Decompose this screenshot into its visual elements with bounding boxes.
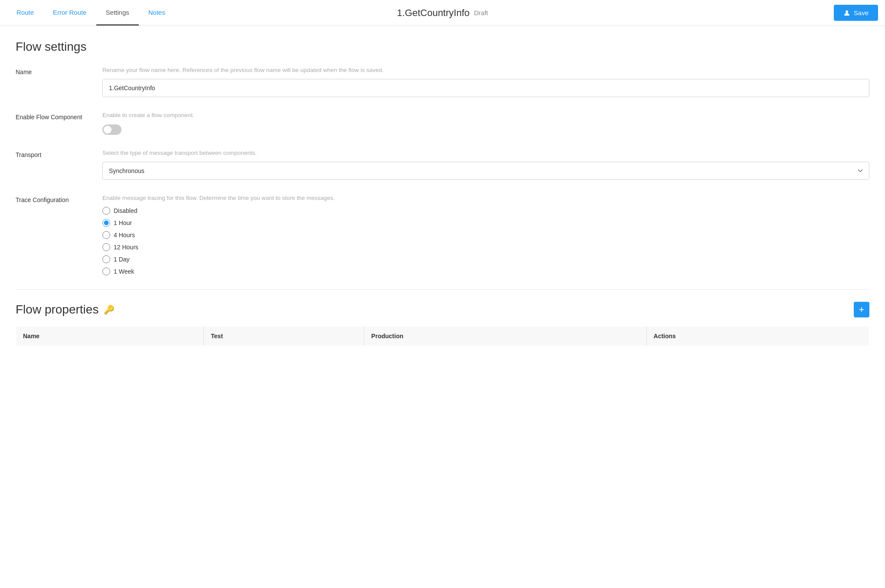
tab-settings[interactable]: Settings <box>96 0 139 26</box>
tab-notes[interactable]: Notes <box>139 0 175 26</box>
tab-route[interactable]: Route <box>7 0 43 26</box>
trace-option-disabled-label: Disabled <box>114 207 137 214</box>
trace-option-1day[interactable]: 1 Day <box>102 255 869 263</box>
content-area: Flow settings Name Rename your flow name… <box>0 26 885 588</box>
save-button[interactable]: Save <box>834 5 878 21</box>
transport-select[interactable]: Synchronous Asynchronous <box>102 162 869 180</box>
trace-option-disabled[interactable]: Disabled <box>102 207 869 215</box>
properties-table: Name Test Production Actions <box>16 326 869 346</box>
flow-settings-heading: Flow settings <box>16 40 869 54</box>
trace-configuration-row: Trace Configuration Enable message traci… <box>16 194 869 275</box>
key-icon: 🔑 <box>104 304 115 315</box>
trace-configuration-description: Enable message tracing for this flow. De… <box>102 194 869 203</box>
flow-name: 1.GetCountryInfo <box>397 7 470 19</box>
transport-label: Transport <box>16 149 102 160</box>
flow-properties-title: Flow properties 🔑 <box>16 303 115 317</box>
enable-flow-component-row: Enable Flow Component Enable to create a… <box>16 111 869 134</box>
toggle-container <box>102 124 869 135</box>
trace-option-1day-label: 1 Day <box>114 256 130 263</box>
trace-radio-4hours[interactable] <box>102 231 110 239</box>
tab-error-route-label: Error Route <box>53 9 87 16</box>
name-row: Name Rename your flow name here. Referen… <box>16 66 869 97</box>
trace-radio-disabled[interactable] <box>102 207 110 215</box>
col-name-label: Name <box>23 333 39 340</box>
trace-option-4hours-label: 4 Hours <box>114 232 135 238</box>
enable-flow-component-control: Enable to create a flow component. <box>102 111 869 134</box>
trace-option-1week-label: 1 Week <box>114 268 134 275</box>
name-description: Rename your flow name here. References o… <box>102 66 869 75</box>
trace-radio-12hours[interactable] <box>102 243 110 251</box>
trace-radio-group: Disabled 1 Hour 4 Hours 12 Hours <box>102 207 869 275</box>
trace-option-4hours[interactable]: 4 Hours <box>102 231 869 239</box>
add-property-icon: + <box>859 305 865 314</box>
trace-radio-1week[interactable] <box>102 268 110 275</box>
add-property-button[interactable]: + <box>854 302 869 317</box>
col-production: Production <box>364 327 646 346</box>
trace-option-1hour-label: 1 Hour <box>114 219 132 226</box>
table-header-row: Name Test Production Actions <box>16 327 869 346</box>
header: Route Error Route Settings Notes 1.GetCo… <box>0 0 885 26</box>
tab-bar: Route Error Route Settings Notes <box>7 0 175 26</box>
status-badge: Draft <box>474 9 488 16</box>
trace-configuration-control: Enable message tracing for this flow. De… <box>102 194 869 275</box>
tab-notes-label: Notes <box>148 9 165 16</box>
enable-flow-toggle[interactable] <box>102 124 121 135</box>
trace-radio-1day[interactable] <box>102 255 110 263</box>
page-title: 1.GetCountryInfo Draft <box>397 7 488 19</box>
trace-configuration-label: Trace Configuration <box>16 194 102 205</box>
tab-settings-label: Settings <box>106 9 129 16</box>
transport-control: Select the type of message transport bet… <box>102 149 869 180</box>
trace-option-1week[interactable]: 1 Week <box>102 268 869 275</box>
tab-error-route[interactable]: Error Route <box>43 0 96 26</box>
save-button-label: Save <box>854 9 869 16</box>
section-divider <box>16 289 869 290</box>
col-name: Name <box>16 327 204 346</box>
col-test-label: Test <box>211 333 223 340</box>
transport-description: Select the type of message transport bet… <box>102 149 869 157</box>
enable-flow-component-description: Enable to create a flow component. <box>102 111 869 120</box>
svg-point-0 <box>846 10 848 13</box>
enable-flow-component-label: Enable Flow Component <box>16 111 102 122</box>
trace-option-12hours[interactable]: 12 Hours <box>102 243 869 251</box>
main-content: Flow settings Name Rename your flow name… <box>0 26 885 588</box>
col-actions-label: Actions <box>654 333 676 340</box>
name-input[interactable] <box>102 79 869 97</box>
toggle-slider <box>102 124 121 135</box>
trace-radio-1hour[interactable] <box>102 219 110 227</box>
name-label: Name <box>16 66 102 77</box>
trace-option-12hours-label: 12 Hours <box>114 244 138 251</box>
tab-route-label: Route <box>16 9 34 16</box>
flow-properties-label: Flow properties <box>16 303 98 317</box>
col-test: Test <box>204 327 364 346</box>
user-icon <box>843 10 850 16</box>
flow-properties-heading-row: Flow properties 🔑 + <box>16 302 869 317</box>
transport-row: Transport Select the type of message tra… <box>16 149 869 180</box>
trace-option-1hour[interactable]: 1 Hour <box>102 219 869 227</box>
col-actions: Actions <box>646 327 869 346</box>
name-control: Rename your flow name here. References o… <box>102 66 869 97</box>
col-production-label: Production <box>371 333 403 340</box>
